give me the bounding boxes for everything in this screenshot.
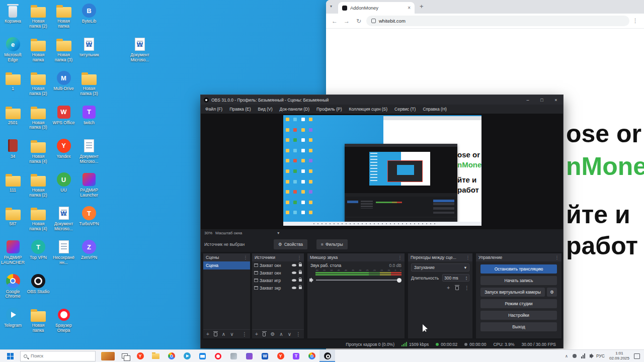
transition-select[interactable]: Затухание ▾ xyxy=(411,263,469,272)
source-down-icon[interactable]: ∨ xyxy=(288,331,291,337)
remove-source-icon[interactable] xyxy=(263,332,266,336)
desktop-icon[interactable]: 587 xyxy=(1,206,25,227)
desktop-icon[interactable]: 2501 xyxy=(1,105,25,126)
new-tab-button[interactable]: + xyxy=(420,3,424,10)
taskbar-app-violet[interactable] xyxy=(242,350,257,362)
zoom-caret-icon[interactable]: ▾ xyxy=(277,231,279,235)
obs-menu-item[interactable]: Файл (F) xyxy=(202,107,226,112)
lock-icon[interactable] xyxy=(299,287,302,289)
taskbar-file-explorer[interactable] xyxy=(148,350,164,362)
source-item[interactable]: Захват окн xyxy=(252,269,304,277)
desktop-icon[interactable]: Браузер Опера xyxy=(52,307,75,333)
filters-button[interactable]: ≡ Фильтры xyxy=(316,239,348,249)
obs-menu-item[interactable]: Правка (E) xyxy=(226,107,254,112)
desktop-icon[interactable]: MMulti-Drive xyxy=(52,70,75,92)
scenes-more-icon[interactable]: ⋮ xyxy=(242,331,247,337)
desktop-icon[interactable]: Корзина xyxy=(1,3,25,24)
obs-menu-item[interactable]: Справка (H) xyxy=(419,107,450,112)
source-item[interactable]: Захват игр xyxy=(252,277,304,284)
controls-dock-header[interactable]: Управление ⋮ xyxy=(476,253,561,261)
tab-close-icon[interactable]: × xyxy=(408,5,411,11)
lock-icon[interactable] xyxy=(299,272,302,274)
browser-tab[interactable]: AddonMoney × xyxy=(338,2,415,14)
desktop-icon[interactable]: Документ Microso... xyxy=(77,138,101,164)
desktop-icon[interactable]: РАДМИР LAUNCHER xyxy=(1,239,25,265)
dock-menu-icon[interactable]: ⋮ xyxy=(244,255,248,260)
control-button[interactable]: Режим студии xyxy=(480,299,557,308)
taskbar-word[interactable]: W xyxy=(257,350,273,362)
address-bar[interactable]: whitebit.com xyxy=(366,16,629,26)
control-button[interactable]: Начать запись xyxy=(480,276,557,285)
transitions-dock-header[interactable]: Переходы между сце... ⋮ xyxy=(408,253,472,261)
desktop-icon[interactable]: Новая папка (4) xyxy=(27,206,50,232)
taskbar-opera[interactable] xyxy=(210,350,226,362)
virtual-camera-gear-icon[interactable]: ⚙ xyxy=(547,288,557,297)
scenes-dock-header[interactable]: Сцены ⋮ xyxy=(203,253,250,261)
refresh-icon[interactable]: ↻ xyxy=(354,18,363,25)
obs-preview[interactable]: ose ornMoneyйте иработ xyxy=(283,115,481,226)
taskbar-clock[interactable]: 1:01 02.09.2025 xyxy=(609,351,629,361)
desktop-icon[interactable]: Ttwitch xyxy=(77,105,101,126)
visibility-eye-icon[interactable] xyxy=(292,272,296,274)
taskbar-obs[interactable] xyxy=(319,350,335,362)
desktop-icon[interactable]: 111 xyxy=(1,172,25,193)
obs-title-bar[interactable]: OBS 31.0.0 - Профиль: Безымянный - Сцены… xyxy=(201,95,563,105)
taskbar-news-widget[interactable] xyxy=(99,350,117,362)
volume-slider[interactable] xyxy=(316,280,401,281)
desktop-icon[interactable]: Google Chrome xyxy=(1,274,25,300)
desktop-icon[interactable]: Новая папка (2) xyxy=(27,3,50,29)
close-icon[interactable]: × xyxy=(549,95,563,105)
desktop-icon[interactable]: WWPS Office xyxy=(52,105,75,126)
dock-menu-icon[interactable]: ⋮ xyxy=(398,255,403,260)
back-icon[interactable]: ← xyxy=(330,18,339,25)
taskbar-yandex-browser[interactable]: Y xyxy=(132,350,148,362)
minimize-icon[interactable]: – xyxy=(521,95,535,105)
desktop-icon[interactable]: Новая папка xyxy=(27,307,50,333)
desktop-icon[interactable]: Новая папка (2) xyxy=(27,70,50,97)
add-transition-icon[interactable]: + xyxy=(447,285,450,291)
lock-icon[interactable] xyxy=(299,279,302,282)
desktop-icon[interactable]: Новая папка xyxy=(52,3,75,29)
visibility-eye-icon[interactable] xyxy=(292,287,296,289)
desktop-icon[interactable]: OBS Studio xyxy=(27,274,50,295)
search-input[interactable] xyxy=(30,353,85,359)
add-source-icon[interactable]: + xyxy=(255,331,258,337)
action-center-icon[interactable] xyxy=(634,353,640,359)
obs-menu-item[interactable]: Профиль (P) xyxy=(313,107,345,112)
obs-menu-item[interactable]: Вид (V) xyxy=(255,107,276,112)
sources-more-icon[interactable]: ⋮ xyxy=(296,331,301,337)
desktop-icon[interactable]: Новая папка (3) xyxy=(77,70,101,97)
remove-scene-icon[interactable] xyxy=(214,332,217,336)
desktop-icon[interactable]: Несохранённ... xyxy=(52,239,75,265)
taskbar-telegram[interactable] xyxy=(179,350,195,362)
desktop-icon[interactable]: Новая папка xyxy=(27,37,50,63)
site-info-icon[interactable] xyxy=(371,19,376,23)
control-button[interactable]: Настройки xyxy=(480,311,557,320)
taskbar-chrome-2[interactable] xyxy=(304,350,319,362)
desktop-icon[interactable]: Новая папка (4) xyxy=(27,138,50,164)
desktop-icon[interactable]: TTurboVPN xyxy=(77,206,101,227)
start-button[interactable] xyxy=(0,350,20,362)
desktop-icon[interactable]: 1 xyxy=(1,70,25,92)
taskbar-yandex-2[interactable]: Y xyxy=(273,350,288,362)
desktop-icon[interactable]: Wтитульник xyxy=(77,37,101,58)
obs-menu-item[interactable]: Док-панели (D) xyxy=(276,107,313,112)
forward-icon[interactable]: → xyxy=(342,18,351,25)
source-up-icon[interactable]: ∧ xyxy=(279,331,283,337)
taskbar-task-view[interactable] xyxy=(117,350,132,362)
taskbar-mail[interactable] xyxy=(195,350,210,362)
scene-down-icon[interactable]: ∨ xyxy=(230,331,233,337)
remove-transition-icon[interactable] xyxy=(455,286,459,290)
language-indicator[interactable]: РУС xyxy=(596,353,605,358)
desktop-icon[interactable]: 34 xyxy=(1,138,25,159)
maximize-icon[interactable]: □ xyxy=(535,95,549,105)
dock-menu-icon[interactable]: ⋮ xyxy=(466,255,470,260)
desktop-icon[interactable]: Новая папка (3) xyxy=(52,37,75,63)
network-icon[interactable] xyxy=(581,353,585,358)
add-scene-icon[interactable]: + xyxy=(206,331,209,337)
lock-icon[interactable] xyxy=(299,264,302,266)
desktop-icon[interactable]: Новая папка (3) xyxy=(27,105,50,131)
hidden-icons-caret[interactable]: ∧ xyxy=(565,354,568,358)
taskbar-twitch[interactable]: T xyxy=(288,350,304,362)
browser-menu-icon[interactable]: ⋮ xyxy=(632,18,640,24)
